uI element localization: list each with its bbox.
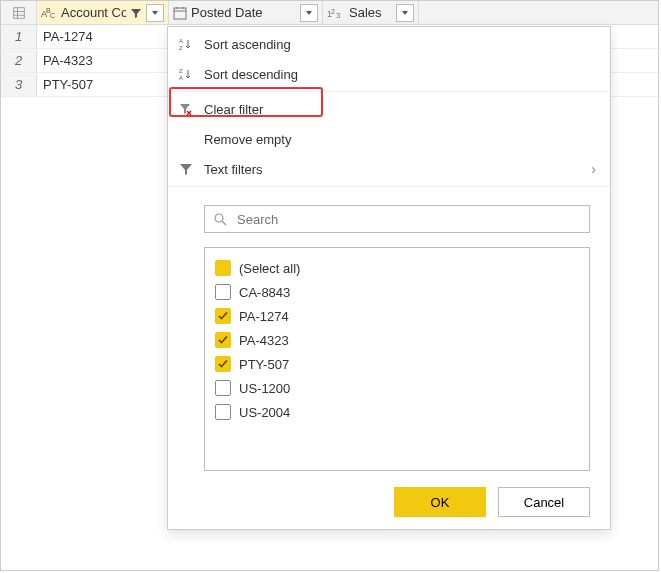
column-header-sales[interactable]: 123 Sales (323, 1, 419, 24)
filter-option[interactable]: PA-1274 (215, 304, 579, 328)
column-label: Account Code (61, 5, 126, 20)
svg-text:Z: Z (179, 45, 183, 51)
svg-text:Z: Z (179, 68, 183, 74)
cell-account-code[interactable]: PTY-507 (37, 73, 169, 96)
column-dropdown-button[interactable] (300, 4, 318, 22)
column-header-row: ABC Account Code Posted Date 123 Sales (1, 1, 658, 25)
number-type-icon: 123 (327, 6, 345, 20)
sort-asc-icon: AZ (178, 37, 194, 51)
row-number[interactable]: 3 (1, 73, 37, 96)
filter-option[interactable]: PA-4323 (215, 328, 579, 352)
menu-sort-descending[interactable]: ZA Sort descending (168, 59, 610, 89)
checkbox-unchecked[interactable] (215, 284, 231, 300)
svg-text:2: 2 (331, 8, 335, 15)
column-dropdown-button[interactable] (146, 4, 164, 22)
filter-option-label: PTY-507 (239, 357, 289, 372)
filter-option[interactable]: CA-8843 (215, 280, 579, 304)
filter-option-select-all[interactable]: (Select all) (215, 256, 579, 280)
checkbox-partial[interactable] (215, 260, 231, 276)
query-editor-frame: ABC Account Code Posted Date 123 Sales (0, 0, 659, 571)
search-input[interactable] (235, 211, 581, 228)
checkbox-unchecked[interactable] (215, 404, 231, 420)
filter-applied-icon (130, 7, 142, 19)
menu-item-label: Clear filter (204, 102, 600, 117)
svg-text:C: C (50, 12, 55, 19)
filter-option[interactable]: PTY-507 (215, 352, 579, 376)
menu-separator (168, 91, 610, 92)
svg-point-18 (215, 214, 223, 222)
svg-text:3: 3 (336, 11, 341, 20)
checkbox-checked[interactable] (215, 356, 231, 372)
filter-option-label: (Select all) (239, 261, 300, 276)
checkbox-checked[interactable] (215, 332, 231, 348)
menu-item-label: Sort ascending (204, 37, 600, 52)
search-icon (213, 212, 227, 226)
column-label: Sales (349, 5, 392, 20)
menu-clear-filter[interactable]: Clear filter (168, 94, 610, 124)
svg-line-19 (222, 221, 226, 225)
svg-text:A: A (179, 75, 183, 81)
filter-search-box[interactable] (204, 205, 590, 233)
column-filter-menu: AZ Sort ascending ZA Sort descending Cle… (167, 26, 611, 530)
column-dropdown-button[interactable] (396, 4, 414, 22)
menu-separator (168, 186, 610, 187)
sort-desc-icon: ZA (178, 67, 194, 81)
table-icon (13, 7, 25, 19)
column-header-posted-date[interactable]: Posted Date (169, 1, 323, 24)
filter-option[interactable]: US-2004 (215, 400, 579, 424)
menu-sort-ascending[interactable]: AZ Sort ascending (168, 29, 610, 59)
filter-values-list[interactable]: (Select all) CA-8843 PA-1274 PA-4323 PTY… (204, 247, 590, 471)
clear-filter-icon (178, 102, 194, 116)
row-number-header[interactable] (1, 1, 37, 24)
column-label: Posted Date (191, 5, 296, 20)
menu-item-label: Text filters (204, 162, 581, 177)
filter-option-label: CA-8843 (239, 285, 290, 300)
row-number[interactable]: 2 (1, 49, 37, 72)
menu-item-label: Sort descending (204, 67, 600, 82)
text-filter-icon (178, 162, 194, 176)
menu-item-label: Remove empty (204, 132, 600, 147)
dialog-button-row: OK Cancel (204, 487, 590, 517)
filter-option-label: PA-1274 (239, 309, 289, 324)
menu-remove-empty[interactable]: Remove empty (168, 124, 610, 154)
cancel-button[interactable]: Cancel (498, 487, 590, 517)
ok-button[interactable]: OK (394, 487, 486, 517)
checkbox-unchecked[interactable] (215, 380, 231, 396)
checkbox-checked[interactable] (215, 308, 231, 324)
menu-text-filters[interactable]: Text filters › (168, 154, 610, 184)
svg-rect-0 (13, 7, 24, 18)
row-number[interactable]: 1 (1, 25, 37, 48)
filter-option-label: US-1200 (239, 381, 290, 396)
chevron-right-icon: › (591, 161, 600, 177)
cell-account-code[interactable]: PA-1274 (37, 25, 169, 48)
abc-type-icon: ABC (41, 6, 57, 20)
date-type-icon (173, 6, 187, 20)
filter-option-label: PA-4323 (239, 333, 289, 348)
svg-text:A: A (179, 38, 183, 44)
column-header-account-code[interactable]: ABC Account Code (37, 1, 169, 24)
cell-account-code[interactable]: PA-4323 (37, 49, 169, 72)
filter-option[interactable]: US-1200 (215, 376, 579, 400)
filter-option-label: US-2004 (239, 405, 290, 420)
svg-rect-7 (174, 8, 186, 19)
filter-values-pane: (Select all) CA-8843 PA-1274 PA-4323 PTY… (204, 205, 590, 471)
